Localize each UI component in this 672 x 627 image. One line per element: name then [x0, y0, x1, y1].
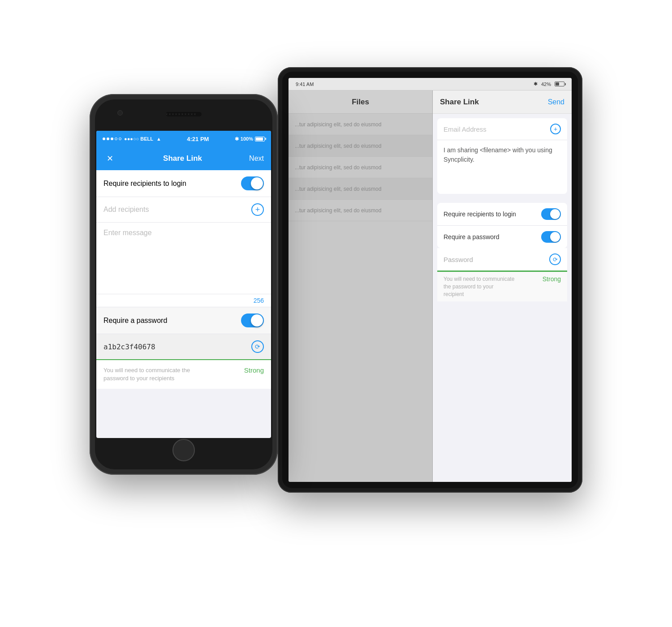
iphone-nav-title: Share Link: [163, 154, 202, 163]
ipad-email-form: Email Address + I am sharing <filename> …: [437, 118, 567, 194]
ipad-require-password-label: Require a password: [444, 233, 500, 240]
list-item[interactable]: ...tur adipisicing elit, sed do eiusmod: [289, 200, 432, 221]
iphone-next-button[interactable]: Next: [249, 155, 264, 163]
iphone-camera: [117, 110, 123, 116]
ipad-device: 9:41 AM ✱ 42% Files: [278, 67, 582, 493]
iphone-add-recipients-row[interactable]: Add recipients +: [96, 197, 271, 223]
ipad-password-icon[interactable]: ⟳: [549, 253, 561, 265]
iphone-password-value-row[interactable]: a1b2c3f40678 ⟳: [96, 334, 271, 360]
ipad-files-header: Files: [289, 90, 432, 114]
ipad-password-section: Password ⟳: [437, 248, 567, 272]
ipad-time: 9:41 AM: [296, 82, 314, 87]
ipad-add-recipient-button[interactable]: +: [550, 124, 561, 134]
ipad-require-login-toggle[interactable]: [541, 208, 561, 220]
ipad-password-row[interactable]: Password ⟳: [437, 248, 567, 271]
list-item[interactable]: ...tur adipisicing elit, sed do eiusmod: [289, 157, 432, 178]
iphone-require-password-toggle[interactable]: [241, 314, 264, 327]
wifi-icon: ▲: [156, 136, 161, 142]
ipad-require-login-label: Require recipients to login: [444, 210, 516, 218]
iphone-require-login-toggle[interactable]: [241, 176, 264, 190]
iphone-statusbar: ●●●○○ BELL ▲ 4:21 PM ✱ 100%: [96, 131, 271, 147]
ipad-require-password-row: Require a password: [437, 226, 567, 248]
ipad-files-panel: Files ...tur adipisicing elit, sed do ei…: [289, 90, 433, 482]
iphone-require-password-label: Require a password: [103, 317, 167, 325]
iphone-battery-icon: [255, 137, 265, 142]
iphone-require-password-row: Require a password: [96, 307, 271, 334]
list-item[interactable]: ...tur adipisicing elit, sed do eiusmod: [289, 114, 432, 135]
iphone-message-placeholder: Enter message: [103, 229, 152, 236]
ipad-require-login-row: Require recipients to login: [437, 203, 567, 226]
iphone-char-count: 256: [96, 294, 271, 307]
ipad-share-title: Share Link: [440, 98, 479, 107]
iphone-add-recipients-field[interactable]: Add recipients: [103, 206, 149, 214]
ipad-share-header: Share Link Send: [433, 90, 572, 114]
iphone-home-button[interactable]: [172, 439, 195, 461]
ipad-strength-label: Strong: [543, 275, 561, 283]
list-item[interactable]: ...tur adipisicing elit, sed do eiusmod: [289, 135, 432, 157]
iphone-device: xxxxxxxxxx ●●●○○ BELL ▲ 4:21 PM: [90, 94, 278, 475]
ipad-share-panel: Share Link Send Email Address + I am s: [433, 90, 572, 482]
ipad-email-row[interactable]: Email Address +: [437, 118, 567, 140]
iphone-hint-row: You will need to communicate the passwor…: [96, 360, 271, 389]
ipad-message-area[interactable]: I am sharing <filename> with you using S…: [437, 140, 567, 194]
ipad-email-field[interactable]: Email Address: [444, 125, 487, 133]
list-item[interactable]: ...tur adipisicing elit, sed do eiusmod: [289, 178, 432, 200]
iphone-password-field[interactable]: a1b2c3f40678: [103, 343, 155, 351]
iphone-strength-label: Strong: [244, 366, 264, 374]
iphone-speaker: xxxxxxxxxx: [166, 112, 202, 116]
ipad-hint-text: You will need to communicate the passwor…: [444, 275, 515, 298]
iphone-password-generate-button[interactable]: ⟳: [251, 340, 264, 353]
ipad-bluetooth-icon: ✱: [534, 81, 538, 87]
iphone-time: 4:21 PM: [187, 136, 209, 142]
ipad-password-hint: You will need to communicate the passwor…: [437, 272, 567, 301]
iphone-close-button[interactable]: ✕: [103, 152, 116, 165]
ipad-statusbar: 9:41 AM ✱ 42%: [289, 78, 572, 90]
iphone-require-login-row: Require recipients to login: [96, 170, 271, 197]
iphone-bluetooth-icon: ✱: [235, 136, 239, 142]
ipad-toggle-section: Require recipients to login Require a pa…: [437, 203, 567, 248]
ipad-battery-icon: [555, 82, 564, 86]
iphone-battery-pct: 100%: [241, 136, 253, 142]
iphone-message-area[interactable]: Enter message: [96, 223, 271, 294]
iphone-content: Require recipients to login Add recipien…: [96, 170, 271, 389]
ipad-password-field[interactable]: Password: [444, 256, 473, 263]
ipad-battery-pct: 42%: [541, 82, 551, 87]
ipad-send-button[interactable]: Send: [548, 98, 564, 106]
iphone-navbar: ✕ Share Link Next: [96, 147, 271, 170]
ipad-require-password-toggle[interactable]: [541, 231, 561, 243]
iphone-require-login-label: Require recipients to login: [103, 180, 186, 188]
iphone-hint-text: You will need to communicate the passwor…: [103, 366, 193, 382]
iphone-carrier: ●●●○○ BELL ▲: [103, 136, 161, 142]
iphone-add-recipient-button[interactable]: +: [251, 203, 264, 216]
